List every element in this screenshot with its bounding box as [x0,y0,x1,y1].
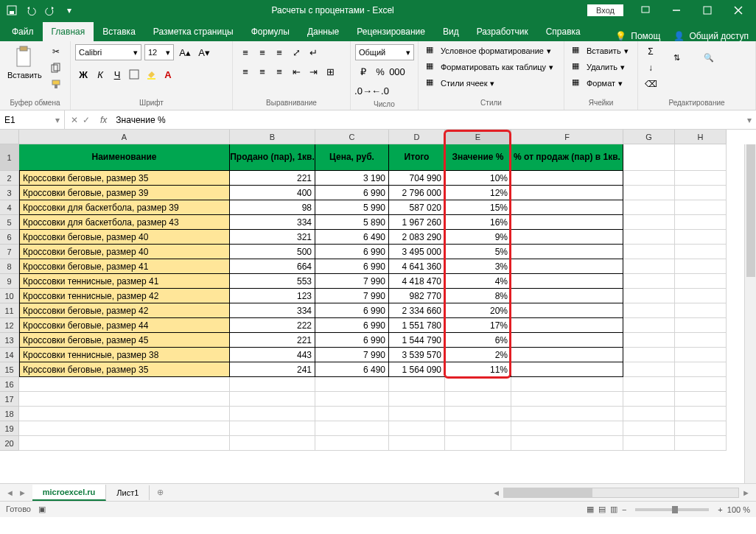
cell[interactable] [623,215,675,230]
data-cell[interactable]: 664 [230,259,315,274]
row-header[interactable]: 16 [0,377,19,392]
currency-icon[interactable]: ₽ [355,63,371,80]
data-cell[interactable]: 10% [445,171,511,186]
zoom-out-icon[interactable]: − [622,505,626,514]
data-cell[interactable]: 443 [230,348,315,362]
row-header[interactable]: 17 [0,392,19,407]
cell[interactable] [445,436,511,451]
row-header[interactable]: 5 [0,215,19,230]
data-cell[interactable]: 334 [230,303,315,318]
wrap-text-icon[interactable]: ↵ [305,44,321,60]
data-cell[interactable] [511,215,623,230]
redo-icon[interactable] [41,2,59,18]
cell[interactable] [389,392,445,407]
data-cell[interactable]: 8% [445,289,511,303]
data-cell[interactable]: 1 564 090 [389,362,445,377]
data-cell[interactable] [511,186,623,200]
data-cell[interactable]: 7 990 [315,274,389,289]
cell[interactable] [675,215,727,230]
row-header[interactable]: 14 [0,348,19,362]
cell[interactable] [623,230,675,245]
cell[interactable] [675,436,727,451]
conditional-formatting-button[interactable]: ▦Условное форматирование▾ [423,44,554,57]
data-cell[interactable]: 221 [230,171,315,186]
data-cell[interactable]: 12% [445,186,511,200]
data-cell[interactable] [511,200,623,215]
tellme-icon[interactable]: 💡 [615,31,626,41]
tab-layout[interactable]: Разметка страницы [144,22,242,41]
cell[interactable] [623,392,675,407]
cell[interactable] [623,144,675,171]
ribbon-options-icon[interactable] [631,2,660,18]
table-header[interactable]: Итого [389,144,445,171]
font-name-select[interactable]: Calibri▾ [75,44,141,60]
cell[interactable] [623,274,675,289]
data-cell[interactable]: 6 490 [315,230,389,245]
tab-developer[interactable]: Разработчик [468,22,537,41]
close-icon[interactable] [724,2,753,18]
format-as-table-button[interactable]: ▦Форматировать как таблицу▾ [423,60,556,74]
data-cell[interactable]: 2% [445,348,511,362]
decrease-indent-icon[interactable]: ⇤ [288,63,304,80]
row-header[interactable]: 8 [0,259,19,274]
cell[interactable] [675,259,727,274]
row-header[interactable]: 1 [0,144,19,171]
column-header-F[interactable]: F [511,130,623,144]
align-left-icon[interactable]: ≡ [237,63,253,80]
data-cell[interactable]: 98 [230,200,315,215]
data-cell[interactable]: 6 990 [315,186,389,200]
cell[interactable] [675,245,727,259]
data-cell[interactable] [511,362,623,377]
data-cell[interactable]: 221 [230,333,315,348]
cell[interactable] [445,377,511,392]
cell[interactable] [623,303,675,318]
product-name-cell[interactable]: Кроссовки беговые, размер 35 [19,171,230,186]
row-header[interactable]: 18 [0,407,19,421]
cell[interactable] [315,377,389,392]
decrease-decimal-icon[interactable]: ←.0 [372,82,388,99]
column-header-H[interactable]: H [675,130,727,144]
data-cell[interactable]: 6 990 [315,259,389,274]
row-header[interactable]: 2 [0,171,19,186]
cell[interactable] [623,259,675,274]
cell[interactable] [675,333,727,348]
data-cell[interactable]: 4 418 470 [389,274,445,289]
tab-review[interactable]: Рецензирование [348,22,434,41]
data-cell[interactable]: 4 641 360 [389,259,445,274]
data-cell[interactable]: 587 020 [389,200,445,215]
data-cell[interactable] [511,230,623,245]
cell[interactable] [675,171,727,186]
cell[interactable] [623,318,675,333]
cell[interactable] [511,436,623,451]
cell[interactable] [19,407,230,421]
cell[interactable] [675,377,727,392]
sheet-nav-prev-icon[interactable]: ◄ [6,488,14,497]
merge-icon[interactable]: ⊞ [322,63,338,80]
cell[interactable] [623,289,675,303]
data-cell[interactable]: 982 770 [389,289,445,303]
cell[interactable] [623,436,675,451]
product-name-cell[interactable]: Кроссовки беговые, размер 44 [19,318,230,333]
tab-view[interactable]: Вид [434,22,468,41]
undo-icon[interactable] [22,2,40,18]
align-top-icon[interactable]: ≡ [237,44,253,60]
data-cell[interactable]: 7 990 [315,289,389,303]
product-name-cell[interactable]: Кроссовки для баскетбола, размер 43 [19,215,230,230]
row-header[interactable]: 13 [0,333,19,348]
column-header-E[interactable]: E [445,130,511,144]
save-icon[interactable] [3,2,21,18]
row-header[interactable]: 20 [0,436,19,451]
data-cell[interactable]: 2 083 290 [389,230,445,245]
data-cell[interactable]: 400 [230,186,315,200]
data-cell[interactable] [511,303,623,318]
qat-dropdown-icon[interactable]: ▾ [60,2,78,18]
cell[interactable] [315,407,389,421]
data-cell[interactable]: 1 551 780 [389,318,445,333]
table-header[interactable]: % от продаж (пар) в 1кв. [511,144,623,171]
data-cell[interactable]: 241 [230,362,315,377]
fill-color-icon[interactable] [143,66,159,82]
data-cell[interactable]: 500 [230,245,315,259]
cell[interactable] [623,171,675,186]
cell[interactable] [675,144,727,171]
table-header[interactable]: Наименование [19,144,230,171]
